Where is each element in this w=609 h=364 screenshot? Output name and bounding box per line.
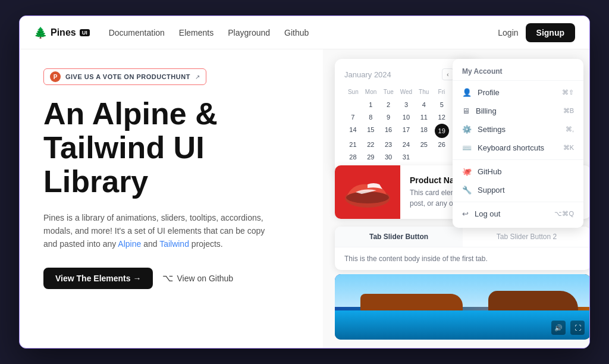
product-image: [335, 165, 400, 219]
cal-day[interactable]: 12: [433, 111, 450, 123]
external-link-icon: ↗: [195, 74, 200, 80]
nav-link-github[interactable]: Github: [284, 28, 309, 37]
cal-day[interactable]: 1: [362, 99, 379, 111]
cal-day[interactable]: 23: [380, 139, 397, 150]
cal-day[interactable]: 9: [380, 111, 397, 123]
signup-button[interactable]: Signup: [526, 23, 575, 42]
hero-title: An Alpine & Tailwind UI Library: [43, 97, 299, 199]
account-menu: My Account 👤 Profile ⌘⇧ 🖥 Billing ⌘B: [453, 59, 583, 228]
tab-button-2[interactable]: Tab Slider Button 2: [463, 227, 589, 247]
cal-day[interactable]: 28: [344, 151, 362, 163]
producthunt-badge[interactable]: P GIVE US A VOTE ON PRODUCTHUNT ↗: [43, 68, 206, 85]
cal-day[interactable]: 22: [362, 139, 379, 150]
calendar-days: 1 2 3 4 5 6 7 8 9 10 11 12 13: [344, 99, 468, 163]
menu-item-logout[interactable]: ↩ Log out ⌥⌘Q: [453, 205, 583, 223]
tailwind-link[interactable]: Tailwind: [159, 239, 189, 249]
billing-icon: 🖥: [462, 106, 470, 115]
cal-day: [433, 151, 450, 163]
nav-links: Documentation Elements Playground Github: [109, 28, 498, 37]
cal-day[interactable]: 10: [398, 111, 415, 123]
logo[interactable]: 🌲 Pines UI: [34, 26, 90, 39]
content: P GIVE US A VOTE ON PRODUCTHUNT ↗ An Alp…: [20, 49, 589, 348]
hero-title-line3: Library: [43, 164, 148, 199]
menu-item-settings-left: ⚙️ Settings: [462, 125, 506, 134]
cal-day[interactable]: 18: [415, 124, 432, 138]
menu-item-logout-left: ↩ Log out: [462, 209, 500, 218]
hero-description: Pines is a library of animations, slider…: [43, 211, 269, 251]
calendar-year: 2024: [374, 70, 391, 79]
view-elements-label: View The Elements →: [55, 274, 141, 283]
left-panel: P GIVE US A VOTE ON PRODUCTHUNT ↗ An Alp…: [20, 49, 323, 348]
cal-day-today[interactable]: 19: [435, 124, 449, 138]
tab-buttons: Tab Slider Button Tab Slider Button 2: [335, 227, 589, 247]
tab-content: This is the content body inside of the f…: [335, 247, 589, 270]
view-github-button[interactable]: ⌥ View on Github: [162, 272, 233, 284]
cal-day[interactable]: 7: [344, 111, 362, 123]
github-icon: ⌥: [162, 272, 173, 284]
cal-day[interactable]: 25: [415, 139, 432, 150]
cal-day[interactable]: 24: [398, 139, 415, 150]
cal-day[interactable]: 26: [433, 139, 450, 150]
menu-item-billing-left: 🖥 Billing: [462, 106, 497, 115]
cal-day[interactable]: 11: [415, 111, 432, 123]
view-github-label: View on Github: [177, 274, 233, 283]
cal-day[interactable]: 30: [380, 151, 397, 163]
github-icon: 🐙: [462, 167, 472, 176]
cal-day[interactable]: 3: [398, 99, 415, 111]
cal-day[interactable]: 21: [344, 139, 362, 150]
cal-day[interactable]: 5: [433, 99, 450, 111]
menu-item-profile[interactable]: 👤 Profile ⌘⇧: [453, 83, 583, 102]
menu-item-keyboard[interactable]: ⌨️ Keyboard shortcuts ⌘K: [453, 139, 583, 157]
day-thu: Thu: [415, 87, 433, 96]
menu-item-settings-shortcut: ⌘,: [566, 125, 574, 133]
menu-item-support[interactable]: 🔧 Support: [453, 181, 583, 199]
nav-link-elements[interactable]: Elements: [179, 28, 214, 37]
menu-item-logout-shortcut: ⌥⌘Q: [554, 210, 574, 218]
menu-item-billing-label: Billing: [476, 106, 497, 115]
cal-day[interactable]: 14: [344, 124, 362, 138]
menu-item-logout-label: Log out: [475, 209, 500, 218]
video-widget: 🔊 ⛶: [335, 274, 589, 340]
calendar-month: January: [344, 70, 372, 79]
menu-item-profile-label: Profile: [478, 88, 500, 97]
menu-item-settings[interactable]: ⚙️ Settings ⌘,: [453, 120, 583, 139]
shoe-illustration: [341, 171, 394, 213]
nav-link-playground[interactable]: Playground: [228, 28, 270, 37]
fullscreen-button[interactable]: ⛶: [570, 321, 585, 335]
menu-item-keyboard-label: Keyboard shortcuts: [478, 143, 544, 152]
support-icon: 🔧: [462, 186, 472, 194]
login-button[interactable]: Login: [498, 28, 518, 37]
menu-item-keyboard-shortcut: ⌘K: [563, 144, 574, 152]
cal-day[interactable]: 8: [362, 111, 379, 123]
cal-day[interactable]: 17: [398, 124, 415, 138]
user-icon: 👤: [462, 88, 472, 97]
calendar-grid: Sun Mon Tue Wed Thu Fri Sat 1 2 3: [344, 87, 468, 163]
calendar-prev-button[interactable]: ‹: [442, 68, 454, 80]
menu-item-billing[interactable]: 🖥 Billing ⌘B: [453, 102, 583, 120]
menu-divider-2: [453, 202, 583, 202]
keyboard-icon: ⌨️: [462, 143, 472, 152]
alpine-link[interactable]: Alpine: [118, 239, 141, 249]
calendar-header: January 2024 ‹ ›: [344, 68, 468, 80]
menu-item-support-label: Support: [478, 186, 505, 194]
logout-icon: ↩: [462, 209, 469, 218]
svg-point-1: [346, 192, 389, 203]
volume-button[interactable]: 🔊: [551, 321, 566, 335]
right-panel: January 2024 ‹ › Sun Mon Tue Wed Thu: [323, 49, 589, 348]
menu-item-profile-shortcut: ⌘⇧: [562, 89, 574, 96]
nav-link-documentation[interactable]: Documentation: [109, 28, 165, 37]
cal-day[interactable]: 15: [362, 124, 379, 138]
cal-day[interactable]: 2: [380, 99, 397, 111]
cal-day[interactable]: [344, 99, 362, 111]
view-elements-button[interactable]: View The Elements →: [43, 268, 153, 289]
hero-title-line1: An Alpine &: [43, 96, 218, 131]
menu-item-github[interactable]: 🐙 GitHub: [453, 162, 583, 181]
cal-day[interactable]: 4: [415, 99, 432, 111]
menu-item-profile-left: 👤 Profile: [462, 88, 500, 97]
cal-day[interactable]: 29: [362, 151, 379, 163]
cal-day[interactable]: 31: [398, 151, 415, 163]
menu-item-keyboard-left: ⌨️ Keyboard shortcuts: [462, 143, 544, 152]
cal-day[interactable]: 16: [380, 124, 397, 138]
tab-button-1[interactable]: Tab Slider Button: [335, 227, 463, 247]
menu-item-github-label: GitHub: [478, 167, 501, 176]
